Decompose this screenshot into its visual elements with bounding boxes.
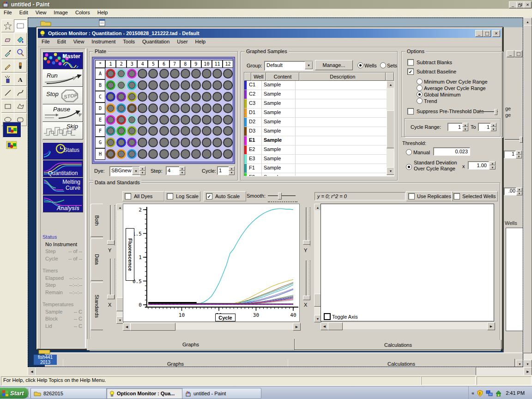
tool-select-icon[interactable] (14, 19, 27, 32)
left-y-slider[interactable] (110, 205, 111, 243)
well-A9[interactable] (191, 68, 201, 79)
well-H8[interactable] (180, 148, 191, 160)
paint-option-transparent[interactable] (3, 138, 20, 152)
well-D12[interactable] (223, 103, 233, 114)
fragment-stddev-spinner[interactable]: ▲▼ (516, 187, 522, 195)
plate-row-header[interactable]: F (95, 125, 105, 137)
mid-y-slider-thumb[interactable] (303, 240, 310, 245)
plate-column-header[interactable]: 12 (223, 60, 233, 68)
threshold-stddev-radio[interactable] (406, 164, 412, 170)
well-H1[interactable] (105, 148, 116, 160)
threshold-manual-radio[interactable] (406, 149, 412, 155)
paint-menu-edit[interactable]: Edit (16, 9, 32, 16)
well-H12[interactable] (223, 148, 233, 160)
well-D2[interactable] (116, 103, 127, 114)
tool-curve-icon[interactable] (14, 86, 27, 99)
well-D5[interactable] (148, 103, 158, 114)
well-D8[interactable] (180, 103, 191, 114)
well-A5[interactable] (148, 68, 158, 79)
plate-row-header[interactable]: G (95, 137, 105, 148)
cycle-range-from-spinner[interactable]: ▲▼ (462, 123, 468, 131)
sidebar-button-run[interactable]: Run (42, 69, 83, 87)
well-F4[interactable] (137, 125, 148, 137)
tab-calculations[interactable]: Calculations (295, 340, 502, 350)
plate-column-header[interactable]: 4 (137, 60, 148, 68)
threshold-stddev-spinner[interactable]: ▲▼ (490, 161, 496, 169)
opticon-menu-edit[interactable]: Edit (54, 38, 70, 45)
cycle-field[interactable]: 1 (217, 166, 230, 175)
paint-menu-file[interactable]: File (0, 9, 16, 16)
manage-button[interactable]: Manage... (315, 60, 353, 70)
opticon-menu-user[interactable]: User (173, 38, 191, 45)
well-G7[interactable] (169, 137, 180, 148)
mid-y-slider[interactable] (306, 207, 307, 243)
security-shield-icon[interactable]: ! (477, 390, 484, 397)
threshold-stddev-field[interactable]: 1.00 (468, 161, 489, 169)
well-E1[interactable] (105, 114, 116, 126)
cycle-range-to-spinner[interactable]: ▲▼ (490, 123, 496, 131)
well-F12[interactable] (223, 125, 233, 137)
well-B4[interactable] (137, 79, 148, 91)
paint-close-button[interactable]: × (524, 1, 532, 8)
samples-row-C1[interactable]: C1Sample (244, 81, 394, 90)
opticon-menu-instrument[interactable]: Instrument (88, 38, 119, 45)
well-E11[interactable] (212, 114, 223, 126)
well-E5[interactable] (148, 114, 158, 126)
step-spinner[interactable]: ▲▼ (179, 166, 185, 175)
fragment-slider-thumb[interactable] (520, 137, 523, 143)
samples-row-C2[interactable]: C2Sample (244, 90, 394, 99)
well-F3[interactable] (127, 125, 137, 137)
tool-eyedropper-icon[interactable] (1, 46, 14, 59)
well-G11[interactable] (212, 137, 223, 148)
cycle-range-from-field[interactable]: 1 (447, 123, 463, 131)
well-F7[interactable] (169, 125, 180, 137)
auto-scale-checkbox[interactable]: ✓ (206, 193, 212, 200)
well-F1[interactable] (105, 125, 116, 137)
sidebar-button-pause[interactable]: Pause (42, 104, 83, 122)
well-B9[interactable] (191, 79, 201, 91)
network-icon[interactable] (486, 390, 493, 397)
amplification-graph[interactable]: 00.511.5210203040 (123, 204, 300, 322)
dye-dropdown-arrow-icon[interactable]: ▼ (132, 167, 140, 175)
fragment-cycle-field[interactable]: 1 (504, 151, 516, 158)
left-x-slider-thumb[interactable] (107, 295, 115, 299)
paint-menu-help[interactable]: Help (94, 9, 112, 16)
plate-row-header[interactable]: C (95, 91, 105, 103)
selected-wells-box[interactable]: Selected Wells (451, 191, 498, 201)
samples-header-content[interactable]: Content (266, 73, 299, 81)
well-C2[interactable] (116, 91, 127, 103)
cycle-range-to-field[interactable]: 1 (478, 123, 491, 131)
well-G12[interactable] (223, 137, 233, 148)
tool-line-icon[interactable] (1, 86, 14, 99)
well-D3[interactable] (127, 103, 137, 114)
taskbar-button-opticon-monitor-qua[interactable]: Opticon Monitor : Qua... (106, 388, 186, 399)
opticon-close-button[interactable]: × (492, 30, 500, 37)
opticon-menu-tools[interactable]: Tools (119, 38, 139, 45)
well-G5[interactable] (148, 137, 158, 148)
well-A8[interactable] (180, 68, 191, 79)
well-H10[interactable] (201, 148, 212, 160)
taskbar-button-8262015[interactable]: 8262015 (30, 388, 110, 399)
plate-column-header[interactable]: 2 (116, 60, 127, 68)
use-replicates-checkbox[interactable] (408, 193, 415, 200)
well-H9[interactable] (191, 148, 201, 160)
well-D7[interactable] (169, 103, 180, 114)
plate-column-header[interactable]: 1 (105, 60, 116, 68)
use-replicates-box[interactable]: Use Replicates (406, 191, 453, 201)
baseline-mode-minimum-radio[interactable] (417, 79, 423, 85)
well-E4[interactable] (137, 114, 148, 126)
well-A10[interactable] (201, 68, 212, 79)
paint-restore-button[interactable] (516, 1, 524, 8)
suppress-slider-thumb[interactable] (494, 109, 497, 115)
paint-menu-colors[interactable]: Colors (72, 9, 94, 16)
well-A7[interactable] (169, 68, 180, 79)
well-F6[interactable] (158, 125, 169, 137)
dye-dropdown[interactable]: SBGnew ▼ (109, 166, 140, 176)
well-H6[interactable] (158, 148, 169, 160)
well-H2[interactable] (116, 148, 127, 160)
log-scale-box[interactable]: Log Scale (164, 191, 200, 201)
well-A4[interactable] (137, 68, 148, 79)
tab-both[interactable]: Both (91, 204, 103, 237)
clock[interactable]: 2:41 PM (506, 390, 525, 396)
mid-x-slider-thumb[interactable] (303, 296, 310, 300)
